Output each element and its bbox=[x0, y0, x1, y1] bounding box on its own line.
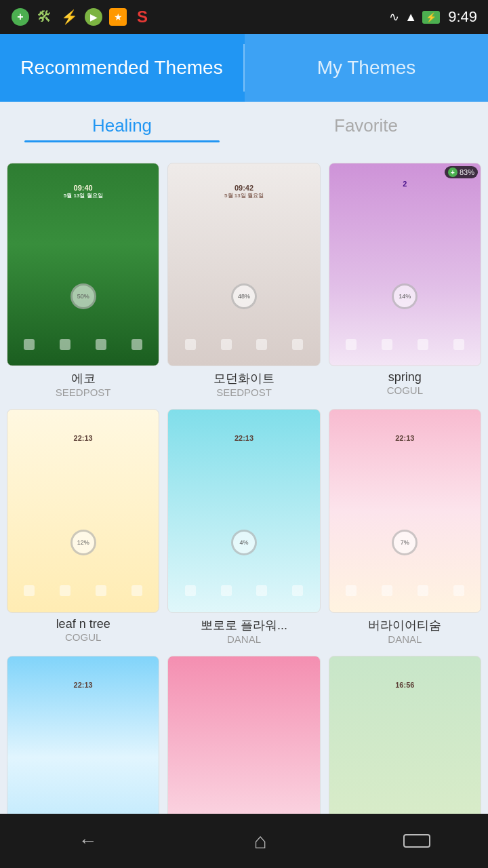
mock-app-icon bbox=[185, 585, 196, 596]
mock-time: 22:13 bbox=[235, 434, 253, 442]
theme-preview: 16:56 bbox=[329, 656, 481, 814]
theme-author-label: SEEDPOST bbox=[216, 387, 272, 398]
recents-button[interactable] bbox=[403, 834, 430, 848]
mock-app-icon bbox=[346, 339, 357, 350]
recommended-themes-tab[interactable]: Recommended Themes bbox=[0, 34, 243, 102]
mock-app-icon bbox=[96, 585, 106, 596]
theme-preview bbox=[167, 656, 320, 814]
theme-item[interactable]: 22:137%버라이어티숨DANAL bbox=[329, 409, 481, 647]
mock-progress-circle: 4% bbox=[231, 530, 257, 555]
mock-app-icon bbox=[292, 339, 303, 350]
robot-icon: 🛠 bbox=[35, 7, 54, 26]
theme-author-label: COGUL bbox=[387, 384, 423, 396]
theme-item[interactable]: 09:425월 13일 월요일48%모던화이트SEEDPOST bbox=[167, 163, 320, 401]
mock-time: 22:13 bbox=[74, 681, 93, 689]
mock-progress-circle: 12% bbox=[70, 530, 96, 555]
theme-name-label: 에코 bbox=[71, 370, 96, 387]
home-button[interactable]: ⌂ bbox=[233, 822, 287, 861]
theme-preview: 09:405월 13일 월요일50% bbox=[7, 163, 159, 366]
usb-plug-icon: ⚡ bbox=[61, 9, 78, 25]
theme-item[interactable]: 09:405월 13일 월요일50%에코SEEDPOST bbox=[7, 163, 159, 401]
theme-item[interactable]: 214%+83%springCOGUL bbox=[329, 163, 481, 401]
mock-progress-circle: 7% bbox=[392, 530, 418, 555]
mock-app-icon bbox=[60, 339, 70, 350]
mock-app-icon bbox=[453, 339, 464, 350]
mock-app-icons bbox=[7, 585, 159, 596]
circle-green-icon: + bbox=[12, 8, 29, 26]
favorite-tab[interactable]: Favorite bbox=[244, 102, 488, 156]
theme-name-label: 모던화이트 bbox=[214, 370, 274, 387]
theme-author-label: COGUL bbox=[65, 631, 101, 643]
theme-author-label: SEEDPOST bbox=[56, 387, 111, 398]
mock-app-icons bbox=[168, 339, 319, 350]
mock-app-icon bbox=[221, 585, 232, 596]
android-robot-icon: 🛠 bbox=[37, 8, 52, 26]
status-icons-left: + 🛠 ⚡ ▶ ★ S bbox=[11, 7, 152, 26]
favorite-label: Favorite bbox=[334, 115, 398, 136]
mock-app-icon bbox=[382, 339, 392, 350]
themes-grid: 09:405월 13일 월요일50%에코SEEDPOST09:425월 13일 … bbox=[7, 163, 481, 814]
theme-author-label: DANAL bbox=[388, 633, 422, 645]
theme-name-label: leaf n tree bbox=[56, 617, 110, 631]
mock-app-icons bbox=[7, 339, 159, 350]
android-icon: + bbox=[11, 7, 30, 26]
mock-app-icons bbox=[329, 585, 481, 596]
mock-app-icon bbox=[346, 585, 357, 596]
mock-app-icon bbox=[60, 585, 70, 596]
mock-time: 09:425월 13일 월요일 bbox=[224, 184, 264, 199]
mock-time: 09:405월 13일 월요일 bbox=[64, 184, 103, 199]
mock-app-icon bbox=[96, 339, 106, 350]
download-badge: +83% bbox=[445, 166, 478, 178]
status-bar: + 🛠 ⚡ ▶ ★ S ∿ ▲ ⚡ 9:49 bbox=[0, 0, 488, 34]
theme-preview: 22:134% bbox=[167, 409, 320, 612]
theme-name-label: 버라이어티숨 bbox=[368, 617, 441, 633]
mock-app-icons bbox=[168, 585, 319, 596]
my-themes-label: My Themes bbox=[317, 57, 416, 79]
theme-item[interactable]: 22:134%뽀로로 플라워...DANAL bbox=[167, 409, 320, 647]
theme-preview: 214%+83% bbox=[329, 163, 481, 366]
mock-app-icons bbox=[329, 339, 481, 350]
mock-app-icon bbox=[131, 585, 142, 596]
theme-item[interactable]: 16:56 bbox=[329, 656, 481, 814]
status-icons-right: ∿ ▲ ⚡ 9:49 bbox=[389, 8, 477, 26]
mock-app-icon bbox=[418, 339, 428, 350]
favorite-underline bbox=[268, 140, 464, 142]
theme-item[interactable]: 22:1312%leaf n treeCOGUL bbox=[7, 409, 159, 647]
mock-app-icon bbox=[418, 585, 428, 596]
mock-app-icon bbox=[382, 585, 392, 596]
mock-progress-circle: 50% bbox=[70, 283, 96, 309]
back-button[interactable]: ← bbox=[58, 823, 117, 859]
mock-app-icon bbox=[24, 339, 35, 350]
sub-tabs: Healing Favorite bbox=[0, 102, 488, 156]
mock-app-icon bbox=[256, 339, 267, 350]
skype-icon: S bbox=[133, 7, 152, 26]
theme-preview: 22:1312% bbox=[7, 409, 159, 612]
mock-app-icon bbox=[292, 585, 303, 596]
theme-item[interactable] bbox=[167, 656, 320, 814]
green-app-icon: ▶ bbox=[85, 8, 102, 26]
healing-tab[interactable]: Healing bbox=[0, 102, 244, 156]
mock-time: 2 bbox=[403, 180, 407, 188]
mock-progress-circle: 48% bbox=[231, 283, 257, 309]
mock-app-icon bbox=[131, 339, 142, 350]
recommended-themes-label: Recommended Themes bbox=[20, 57, 222, 79]
mock-progress-circle: 14% bbox=[392, 283, 418, 309]
header: Recommended Themes My Themes bbox=[0, 34, 488, 102]
theme-preview: 22:13 bbox=[7, 656, 159, 814]
my-themes-tab[interactable]: My Themes bbox=[245, 34, 488, 102]
battery-icon: ⚡ bbox=[422, 11, 440, 24]
orange-square-icon: ★ bbox=[109, 8, 127, 26]
grid-container: 09:405월 13일 월요일50%에코SEEDPOST09:425월 13일 … bbox=[0, 156, 488, 814]
mock-app-icon bbox=[453, 585, 464, 596]
bottom-nav: ← ⌂ bbox=[0, 814, 488, 868]
healing-label: Healing bbox=[92, 115, 152, 136]
mock-app-icon bbox=[185, 339, 196, 350]
mock-app-icon bbox=[24, 585, 35, 596]
theme-item[interactable]: 22:13 bbox=[7, 656, 159, 814]
healing-underline bbox=[24, 140, 220, 142]
usb-icon: ⚡ bbox=[60, 7, 79, 26]
mock-app-icon bbox=[221, 339, 232, 350]
theme-name-label: 뽀로로 플라워... bbox=[201, 617, 287, 633]
mock-time: 22:13 bbox=[395, 434, 414, 442]
mock-time: 16:56 bbox=[395, 681, 414, 689]
